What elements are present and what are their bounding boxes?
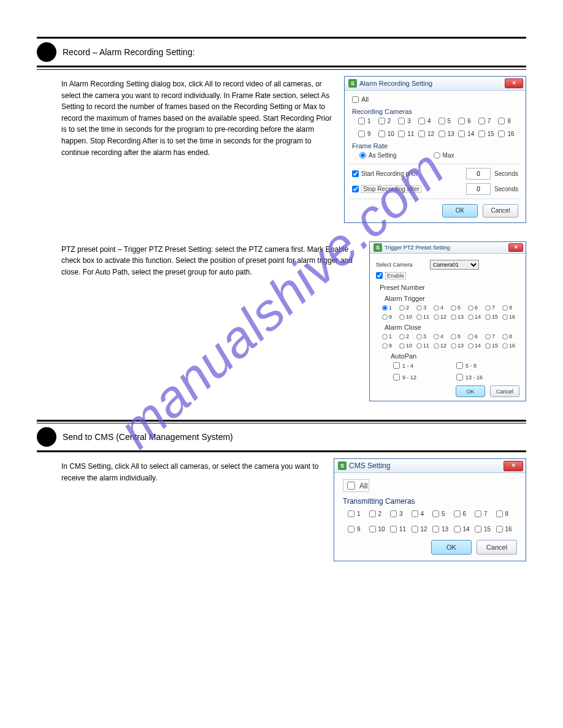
cam-check[interactable]: 7 xyxy=(475,510,496,517)
section-2-header: Send to CMS (Central Management System) xyxy=(37,427,526,447)
cam-check[interactable]: 7 xyxy=(478,118,499,124)
cam-check[interactable]: 6 xyxy=(458,118,478,124)
preset-radio[interactable]: 7 xyxy=(485,333,502,339)
preset-radio[interactable]: 14 xyxy=(468,314,485,320)
preset-radio[interactable]: 10 xyxy=(399,314,416,320)
preset-radio[interactable]: 3 xyxy=(416,333,434,339)
max-radio[interactable]: Max xyxy=(434,152,454,159)
preset-radio[interactable]: 7 xyxy=(485,305,502,311)
preset-radio[interactable]: 11 xyxy=(416,314,434,320)
preset-radio[interactable]: 3 xyxy=(416,305,434,311)
preset-radio[interactable]: 5 xyxy=(451,305,468,311)
ok-button[interactable]: OK xyxy=(456,385,485,397)
preset-radio[interactable]: 14 xyxy=(468,343,485,349)
cam-check[interactable]: 13 xyxy=(432,526,454,533)
preset-radio[interactable]: 13 xyxy=(451,314,468,320)
preset-radio[interactable]: 1 xyxy=(382,305,399,311)
enable-check[interactable]: Enable xyxy=(376,272,406,279)
preset-radio[interactable]: 4 xyxy=(434,305,451,311)
stop-after-input[interactable] xyxy=(466,183,491,195)
preset-num-label: Preset Number xyxy=(380,284,519,291)
cam-check[interactable]: 10 xyxy=(369,526,391,533)
ptz-dialog: S Trigger PTZ Preset Setting Select Came… xyxy=(369,241,526,402)
section-2-row: In CMS Setting, click All to select all … xyxy=(61,458,526,561)
cam-check[interactable]: 13 xyxy=(439,131,459,137)
preset-radio[interactable]: 16 xyxy=(502,314,519,320)
cam-check[interactable]: 10 xyxy=(378,131,399,137)
cam-check[interactable]: 2 xyxy=(369,510,391,517)
autopan-check[interactable]: 13 - 16 xyxy=(456,374,519,381)
preset-radio[interactable]: 1 xyxy=(382,333,399,339)
preset-radio[interactable]: 15 xyxy=(485,314,502,320)
autopan-check[interactable]: 1 - 4 xyxy=(393,362,456,369)
ok-button[interactable]: OK xyxy=(431,540,472,555)
alarm-recording-dialog: S Alarm Recording Setting All Recording … xyxy=(344,76,526,223)
preset-radio[interactable]: 6 xyxy=(468,305,485,311)
preset-radio[interactable]: 5 xyxy=(451,333,468,339)
cam-check[interactable]: 3 xyxy=(390,510,412,517)
cancel-button[interactable]: Cancel xyxy=(483,204,518,218)
cam-check[interactable]: 14 xyxy=(454,526,475,533)
preset-radio[interactable]: 9 xyxy=(382,314,399,320)
preset-radio[interactable]: 2 xyxy=(399,333,416,339)
preset-radio[interactable]: 2 xyxy=(399,305,416,311)
start-prior-check[interactable]: Start Recording prior xyxy=(352,170,418,177)
ptz-row: PTZ preset point – Trigger PTZ Preset Se… xyxy=(61,241,526,402)
cancel-button[interactable]: Cancel xyxy=(490,385,519,397)
preset-radio[interactable]: 10 xyxy=(399,343,416,349)
ok-button[interactable]: OK xyxy=(442,204,478,218)
autopan-check[interactable]: 9 - 12 xyxy=(393,374,456,381)
cam-check[interactable]: 12 xyxy=(418,131,439,137)
cam-check[interactable]: 1 xyxy=(358,118,378,124)
cam-check[interactable]: 5 xyxy=(439,118,459,124)
cam-check[interactable]: 11 xyxy=(398,131,418,137)
app-icon: S xyxy=(338,461,347,470)
cam-check[interactable]: 16 xyxy=(498,131,518,137)
rec-cams-label: Recording Cameras xyxy=(352,108,518,115)
preset-radio[interactable]: 9 xyxy=(382,343,399,349)
cam-check[interactable]: 5 xyxy=(432,510,454,517)
dlg3-cam-grid: 1 2 3 4 5 6 7 8 9 10 11 12 13 14 15 16 xyxy=(348,510,517,533)
close-icon[interactable] xyxy=(505,78,523,88)
preset-radio[interactable]: 11 xyxy=(416,343,434,349)
cam-check[interactable]: 9 xyxy=(348,526,369,533)
cam-check[interactable]: 4 xyxy=(412,510,433,517)
preset-radio[interactable]: 16 xyxy=(502,343,519,349)
cam-check[interactable]: 12 xyxy=(412,526,433,533)
preset-radio[interactable]: 8 xyxy=(502,333,519,339)
app-icon: S xyxy=(373,243,382,252)
close-icon[interactable] xyxy=(504,461,523,471)
preset-radio[interactable]: 15 xyxy=(485,343,502,349)
cam-check[interactable]: 3 xyxy=(398,118,418,124)
cam-check[interactable]: 4 xyxy=(418,118,439,124)
preset-radio[interactable]: 4 xyxy=(434,333,451,339)
alarm-close-grid: 1 2 3 4 5 6 7 8 9 10 11 12 13 14 15 16 xyxy=(382,333,519,349)
stop-after-check[interactable]: Stop Recording after xyxy=(352,185,421,193)
cam-check[interactable]: 8 xyxy=(496,510,518,517)
autopan-label: AutoPan xyxy=(391,352,519,360)
cam-check[interactable]: 15 xyxy=(478,131,499,137)
cam-check[interactable]: 16 xyxy=(496,526,518,533)
as-setting-radio[interactable]: As Setting xyxy=(359,152,397,159)
rule-mid-1a xyxy=(37,66,526,67)
cam-check[interactable]: 11 xyxy=(390,526,412,533)
preset-radio[interactable]: 13 xyxy=(451,343,468,349)
cam-check[interactable]: 14 xyxy=(458,131,478,137)
all-checkbox[interactable]: All xyxy=(352,96,369,103)
cam-check[interactable]: 1 xyxy=(348,510,369,517)
cms-all-check[interactable]: All xyxy=(343,479,369,492)
cam-check[interactable]: 8 xyxy=(498,118,518,124)
close-icon[interactable] xyxy=(508,243,523,252)
cam-check[interactable]: 6 xyxy=(454,510,475,517)
cam-check[interactable]: 2 xyxy=(378,118,399,124)
cancel-button[interactable]: Cancel xyxy=(477,540,517,555)
preset-radio[interactable]: 6 xyxy=(468,333,485,339)
autopan-check[interactable]: 5 - 8 xyxy=(456,362,519,369)
cam-check[interactable]: 15 xyxy=(475,526,496,533)
select-cam-dropdown[interactable]: Camera01 xyxy=(430,260,479,270)
preset-radio[interactable]: 12 xyxy=(434,343,451,349)
cam-check[interactable]: 9 xyxy=(358,131,378,137)
start-prior-input[interactable] xyxy=(466,168,491,180)
preset-radio[interactable]: 8 xyxy=(502,305,519,311)
preset-radio[interactable]: 12 xyxy=(434,314,451,320)
